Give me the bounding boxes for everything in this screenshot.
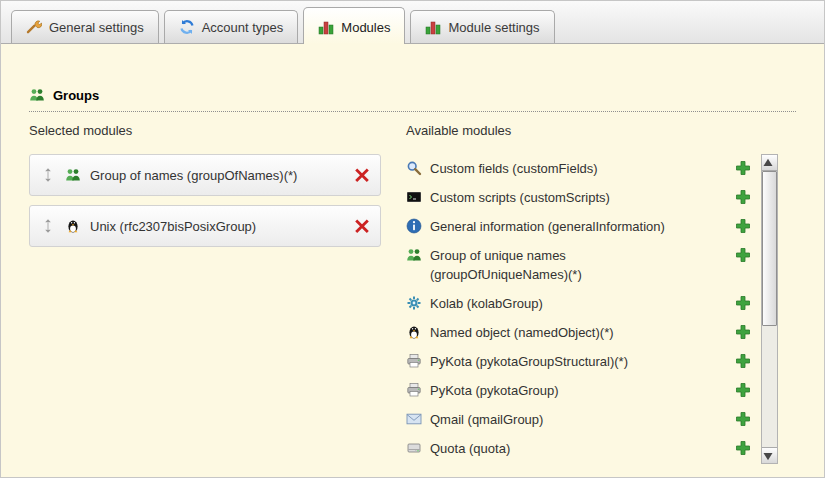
- add-module-button[interactable]: [735, 160, 751, 176]
- available-module-label: Named object (namedObject)(*): [430, 323, 614, 342]
- selected-module-row: Unix (rfc2307bisPosixGroup): [29, 205, 381, 247]
- available-module-row: Qmail (qmailGroup): [406, 405, 751, 434]
- scrollbar[interactable]: [761, 154, 778, 464]
- available-module-row: Group of unique names (groupOfUniqueName…: [406, 241, 751, 289]
- available-module-row: Named object (namedObject)(*): [406, 318, 751, 347]
- selected-modules-column: Selected modules Group of names (groupOf…: [29, 123, 381, 256]
- script-icon: [406, 189, 422, 205]
- available-module-label: Group of unique names (groupOfUniqueName…: [430, 246, 702, 284]
- add-module-button[interactable]: [735, 382, 751, 398]
- printer-icon: [406, 353, 422, 369]
- selected-module-label: Group of names (groupOfNames)(*): [90, 168, 297, 183]
- drag-handle-icon[interactable]: [40, 218, 56, 234]
- info-icon: [406, 218, 422, 234]
- add-module-button[interactable]: [735, 353, 751, 369]
- down-triangle-icon: [762, 448, 778, 464]
- add-module-button[interactable]: [735, 324, 751, 340]
- tux-icon: [406, 324, 422, 340]
- tab-bar: General settingsAccount typesModulesModu…: [1, 1, 824, 44]
- add-module-button[interactable]: [735, 295, 751, 311]
- tab-label: Module settings: [448, 20, 539, 35]
- available-module-label: PyKota (pykotaGroupStructural)(*): [430, 352, 628, 371]
- available-module-label: PyKota (pykotaGroup): [430, 381, 559, 400]
- tab-modules[interactable]: Modules: [303, 7, 405, 44]
- available-module-label: General information (generalInformation): [430, 217, 665, 236]
- selected-modules-heading: Selected modules: [29, 123, 381, 138]
- available-module-row: Custom scripts (customScripts): [406, 183, 751, 212]
- available-module-label: Custom scripts (customScripts): [430, 188, 610, 207]
- tab-label: Modules: [341, 20, 390, 35]
- printer-icon: [406, 382, 422, 398]
- remove-module-button[interactable]: [354, 167, 370, 183]
- add-module-button[interactable]: [735, 218, 751, 234]
- scrollbar-track[interactable]: [762, 171, 777, 447]
- available-modules-column: Available modules Custom fields (customF…: [406, 123, 778, 464]
- available-module-label: Kolab (kolabGroup): [430, 294, 543, 313]
- available-modules-wrap: Custom fields (customFields)Custom scrip…: [406, 154, 778, 464]
- available-module-label: Custom fields (customFields): [430, 159, 598, 178]
- available-module-row: Custom fields (customFields): [406, 154, 751, 183]
- kolab-icon: [406, 295, 422, 311]
- scrollbar-down-button[interactable]: [762, 447, 777, 463]
- available-modules-heading: Available modules: [406, 123, 778, 138]
- tab-label: Account types: [202, 20, 284, 35]
- available-module-label: Qmail (qmailGroup): [430, 410, 543, 429]
- available-module-row: PyKota (pykotaGroupStructural)(*): [406, 347, 751, 376]
- drag-handle-icon[interactable]: [40, 167, 56, 183]
- selected-module-label: Unix (rfc2307bisPosixGroup): [90, 219, 256, 234]
- tab-general-settings[interactable]: General settings: [11, 10, 159, 43]
- magnifier-icon: [406, 160, 422, 176]
- mail-icon: [406, 411, 422, 427]
- tab-module-settings[interactable]: Module settings: [410, 10, 554, 43]
- add-module-button[interactable]: [735, 189, 751, 205]
- available-module-row: Kolab (kolabGroup): [406, 289, 751, 318]
- add-module-button[interactable]: [735, 411, 751, 427]
- available-module-label: Quota (quota): [430, 439, 510, 458]
- available-module-row: General information (generalInformation): [406, 212, 751, 241]
- group-icon: [406, 247, 422, 263]
- disk-icon: [406, 440, 422, 456]
- tux-icon: [65, 218, 81, 234]
- wrench-icon: [26, 19, 42, 35]
- selected-modules-list: Group of names (groupOfNames)(*)Unix (rf…: [29, 154, 381, 247]
- tab-account-types[interactable]: Account types: [164, 10, 299, 43]
- group-icon: [29, 87, 45, 103]
- modules-icon: [318, 19, 334, 35]
- add-module-button[interactable]: [735, 440, 751, 456]
- remove-module-button[interactable]: [354, 218, 370, 234]
- group-icon: [65, 167, 81, 183]
- up-triangle-icon: [762, 155, 778, 171]
- sync-icon: [179, 19, 195, 35]
- available-module-row: PyKota (pykotaGroup): [406, 376, 751, 405]
- scrollbar-thumb[interactable]: [762, 171, 777, 326]
- tab-label: General settings: [49, 20, 144, 35]
- section-header: Groups: [29, 87, 796, 112]
- selected-module-row: Group of names (groupOfNames)(*): [29, 154, 381, 196]
- modules-icon: [425, 19, 441, 35]
- add-module-button[interactable]: [735, 247, 751, 263]
- lam-configuration-page: General settingsAccount typesModulesModu…: [0, 0, 825, 478]
- available-modules-list: Custom fields (customFields)Custom scrip…: [406, 154, 761, 463]
- page-title: Groups: [53, 88, 99, 103]
- available-module-row: Quota (quota): [406, 434, 751, 463]
- scrollbar-up-button[interactable]: [762, 155, 777, 171]
